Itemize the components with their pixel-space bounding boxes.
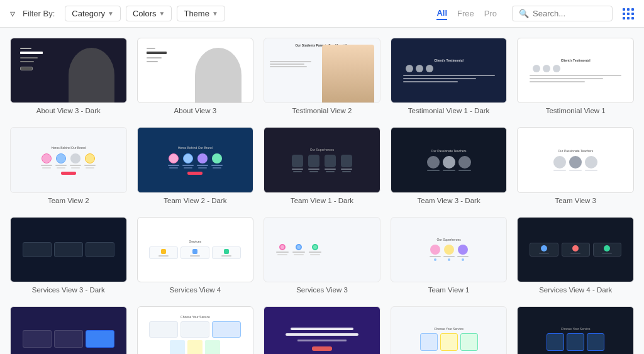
category-label: Category (72, 9, 105, 18)
card-hero-view9[interactable]: Hero View 9 (264, 306, 380, 354)
card-services-view1[interactable]: Choose Your Service Services View 1 (137, 306, 254, 354)
colors-filter-button[interactable]: Colors ▼ (126, 6, 172, 21)
card-label: Team View 1 (428, 286, 470, 294)
toolbar: ▿ Filter By: Category ▼ Colors ▼ Theme ▼… (0, 0, 644, 28)
card-label: Team View 2 - Dark (164, 197, 226, 204)
search-icon: 🔍 (519, 9, 529, 18)
card-label: About View 3 - Dark (36, 107, 101, 114)
card-team-view2[interactable]: Heros Behind Our Brand (10, 127, 127, 204)
search-box: 🔍 (512, 6, 613, 21)
category-filter-button[interactable]: Category ▼ (65, 6, 121, 21)
card-label: Testimonial View 1 - Dark (408, 107, 490, 114)
grid-view-icon[interactable] (623, 8, 634, 19)
card-services-view3-dark[interactable]: Services View 3 - Dark (10, 217, 127, 294)
colors-label: Colors (133, 9, 157, 18)
card-team-view1[interactable]: Our Superheroes (391, 217, 508, 294)
card-label: Team View 3 (555, 197, 596, 204)
card-services-view4-dark[interactable]: Services View 4 - Dark (517, 217, 634, 294)
card-services-view2-dark[interactable]: Choose Your Service Services View 2 - Da… (517, 306, 634, 354)
category-chevron-icon: ▼ (108, 10, 114, 17)
theme-filter-button[interactable]: Theme ▼ (177, 6, 225, 21)
card-services-view3[interactable]: Services View 3 (264, 217, 380, 294)
card-label: Team View 2 (48, 197, 89, 204)
card-label: Services View 4 (170, 286, 221, 294)
search-input[interactable] (533, 9, 606, 18)
card-team-view2-dark[interactable]: Heros Behind Our Brand (137, 127, 254, 204)
card-services-view1-dark[interactable]: Services View 1 - Dark (10, 306, 127, 354)
filter-label: Filter By: (23, 9, 55, 18)
card-label: Services View 4 - Dark (539, 286, 612, 294)
colors-chevron-icon: ▼ (159, 10, 165, 17)
card-testimonial-view2[interactable]: Our Students Parents Say About Us Testim… (264, 38, 380, 114)
tab-free[interactable]: Free (457, 8, 474, 19)
card-about-view3[interactable]: About View 3 (137, 38, 254, 114)
card-label: Team View 1 - Dark (291, 197, 353, 204)
card-testimonial-view1-dark[interactable]: Client's Testimonial Testimonial View 1 … (391, 38, 508, 114)
card-label: Testimonial View 2 (292, 107, 352, 114)
card-about-view3-dark[interactable]: About View 3 - Dark (10, 38, 127, 114)
card-label: Services View 3 (296, 286, 348, 294)
card-services-view2[interactable]: Choose Your Service Services View 2 (391, 306, 508, 354)
theme-chevron-icon: ▼ (212, 10, 218, 17)
card-services-view4[interactable]: Services Services View (137, 217, 254, 294)
card-team-view3-dark[interactable]: Our Passionate Teachers (391, 127, 508, 204)
filter-icon: ▿ (10, 8, 15, 19)
gallery-grid: About View 3 - Dark About View 3 Our Stu… (0, 28, 644, 354)
card-testimonial-view1[interactable]: Client's Testimonial Testimonial View 1 (517, 38, 634, 114)
tab-all[interactable]: All (436, 7, 447, 20)
tab-pro[interactable]: Pro (484, 8, 497, 19)
card-label: Testimonial View 1 (546, 107, 606, 114)
card-label: Team View 3 - Dark (418, 197, 480, 204)
card-team-view3[interactable]: Our Passionate Teachers (517, 127, 634, 204)
card-label: Services View 3 - Dark (32, 286, 105, 294)
theme-label: Theme (184, 9, 209, 18)
card-team-view1-dark[interactable]: Our Superheroes (264, 127, 380, 204)
card-label: About View 3 (174, 107, 217, 114)
view-tabs: All Free Pro (436, 7, 497, 20)
